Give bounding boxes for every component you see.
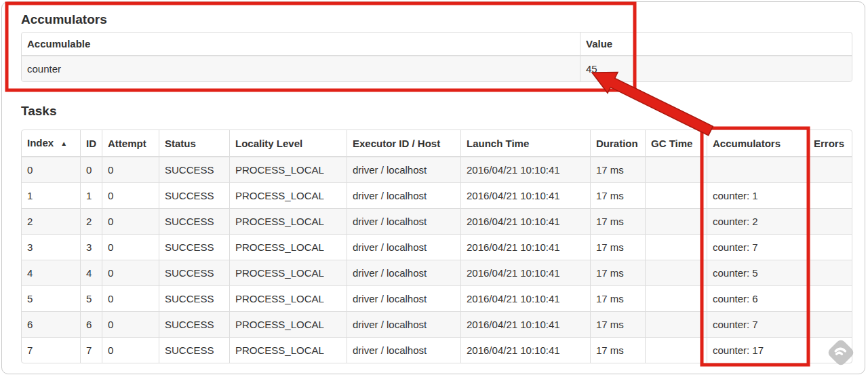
accumulable-cell-value: 45 bbox=[580, 56, 852, 81]
task-col-header-launch_time[interactable]: Launch Time bbox=[460, 130, 590, 157]
task-row: 770SUCCESSPROCESS_LOCALdriver / localhos… bbox=[22, 337, 852, 363]
col-header-label: ID bbox=[86, 138, 96, 149]
task-cell-duration: 17 ms bbox=[590, 157, 645, 182]
task-cell-id: 0 bbox=[80, 157, 102, 182]
col-header-label: Index bbox=[27, 137, 54, 148]
task-cell-accumulators: counter: 6 bbox=[707, 285, 808, 311]
task-cell-launch_time: 2016/04/21 10:10:41 bbox=[460, 182, 590, 208]
task-cell-status: SUCCESS bbox=[159, 311, 229, 337]
task-cell-index: 5 bbox=[22, 285, 80, 311]
task-cell-launch_time: 2016/04/21 10:10:41 bbox=[460, 337, 590, 363]
task-cell-attempt: 0 bbox=[102, 234, 159, 260]
task-cell-id: 4 bbox=[80, 260, 102, 285]
task-col-header-executor_id_host[interactable]: Executor ID / Host bbox=[347, 130, 460, 157]
task-cell-accumulators: counter: 5 bbox=[707, 260, 808, 285]
task-cell-id: 1 bbox=[80, 182, 102, 208]
col-header-label: Locality Level bbox=[235, 138, 302, 149]
task-col-header-duration[interactable]: Duration bbox=[590, 130, 645, 157]
col-header-label: Launch Time bbox=[467, 138, 529, 149]
task-cell-errors bbox=[808, 157, 852, 182]
task-cell-executor_id_host: driver / localhost bbox=[347, 208, 460, 234]
task-row: 550SUCCESSPROCESS_LOCALdriver / localhos… bbox=[22, 285, 852, 311]
task-cell-gc_time bbox=[645, 260, 707, 285]
task-cell-errors bbox=[808, 285, 852, 311]
accumulable-row: counter45 bbox=[22, 56, 852, 81]
tasks-section-title: Tasks bbox=[21, 104, 56, 119]
task-cell-id: 3 bbox=[80, 234, 102, 260]
task-col-header-locality_level[interactable]: Locality Level bbox=[229, 130, 347, 157]
task-cell-status: SUCCESS bbox=[159, 182, 229, 208]
task-col-header-accumulators[interactable]: Accumulators bbox=[707, 130, 808, 157]
task-cell-gc_time bbox=[645, 157, 707, 182]
task-cell-attempt: 0 bbox=[102, 157, 159, 182]
accumulable-cell-accumulable: counter bbox=[22, 56, 580, 81]
task-cell-executor_id_host: driver / localhost bbox=[347, 157, 460, 182]
task-cell-executor_id_host: driver / localhost bbox=[347, 234, 460, 260]
task-cell-status: SUCCESS bbox=[159, 234, 229, 260]
task-cell-locality_level: PROCESS_LOCAL bbox=[229, 208, 347, 234]
task-cell-accumulators bbox=[707, 157, 808, 182]
task-cell-accumulators: counter: 2 bbox=[707, 208, 808, 234]
accumulable-col-header-accumulable: Accumulable bbox=[22, 33, 580, 56]
task-cell-duration: 17 ms bbox=[590, 234, 645, 260]
task-cell-launch_time: 2016/04/21 10:10:41 bbox=[460, 260, 590, 285]
task-cell-accumulators: counter: 1 bbox=[707, 182, 808, 208]
task-col-header-gc_time[interactable]: GC Time bbox=[645, 130, 707, 157]
task-cell-index: 0 bbox=[22, 157, 80, 182]
task-col-header-attempt[interactable]: Attempt bbox=[102, 130, 159, 157]
task-cell-id: 5 bbox=[80, 285, 102, 311]
task-cell-gc_time bbox=[645, 285, 707, 311]
task-cell-attempt: 0 bbox=[102, 337, 159, 363]
task-cell-locality_level: PROCESS_LOCAL bbox=[229, 285, 347, 311]
task-cell-attempt: 0 bbox=[102, 260, 159, 285]
task-cell-executor_id_host: driver / localhost bbox=[347, 260, 460, 285]
task-row: 220SUCCESSPROCESS_LOCALdriver / localhos… bbox=[22, 208, 852, 234]
task-cell-locality_level: PROCESS_LOCAL bbox=[229, 337, 347, 363]
task-cell-errors bbox=[808, 208, 852, 234]
task-col-header-id[interactable]: ID bbox=[80, 130, 102, 157]
task-cell-launch_time: 2016/04/21 10:10:41 bbox=[460, 234, 590, 260]
task-cell-status: SUCCESS bbox=[159, 337, 229, 363]
task-cell-gc_time bbox=[645, 182, 707, 208]
task-col-header-status[interactable]: Status bbox=[159, 130, 229, 157]
task-cell-index: 1 bbox=[22, 182, 80, 208]
task-cell-executor_id_host: driver / localhost bbox=[347, 285, 460, 311]
task-cell-index: 7 bbox=[22, 337, 80, 363]
task-cell-gc_time bbox=[645, 234, 707, 260]
task-cell-locality_level: PROCESS_LOCAL bbox=[229, 311, 347, 337]
task-cell-id: 6 bbox=[80, 311, 102, 337]
page-frame: Accumulators AccumulableValue counter45 … bbox=[1, 1, 865, 374]
task-cell-attempt: 0 bbox=[102, 285, 159, 311]
task-cell-launch_time: 2016/04/21 10:10:41 bbox=[460, 311, 590, 337]
task-row: 000SUCCESSPROCESS_LOCALdriver / localhos… bbox=[22, 157, 852, 182]
feedly-logo-icon bbox=[820, 332, 862, 374]
task-cell-errors bbox=[808, 260, 852, 285]
task-cell-id: 7 bbox=[80, 337, 102, 363]
task-cell-duration: 17 ms bbox=[590, 260, 645, 285]
task-cell-launch_time: 2016/04/21 10:10:41 bbox=[460, 157, 590, 182]
task-cell-status: SUCCESS bbox=[159, 260, 229, 285]
task-cell-errors bbox=[808, 182, 852, 208]
accumulators-table: AccumulableValue counter45 bbox=[21, 32, 852, 82]
task-cell-duration: 17 ms bbox=[590, 311, 645, 337]
task-cell-locality_level: PROCESS_LOCAL bbox=[229, 234, 347, 260]
task-col-header-index[interactable]: Index▲ bbox=[22, 130, 80, 157]
task-cell-executor_id_host: driver / localhost bbox=[347, 311, 460, 337]
task-cell-status: SUCCESS bbox=[159, 208, 229, 234]
col-header-label: Accumulators bbox=[713, 138, 781, 149]
task-header-row: Index▲IDAttemptStatusLocality LevelExecu… bbox=[22, 130, 852, 157]
task-row: 330SUCCESSPROCESS_LOCALdriver / localhos… bbox=[22, 234, 852, 260]
task-row: 660SUCCESSPROCESS_LOCALdriver / localhos… bbox=[22, 311, 852, 337]
task-cell-accumulators: counter: 7 bbox=[707, 311, 808, 337]
task-cell-status: SUCCESS bbox=[159, 285, 229, 311]
col-header-label: Value bbox=[586, 38, 612, 49]
task-cell-duration: 17 ms bbox=[590, 182, 645, 208]
task-cell-gc_time bbox=[645, 311, 707, 337]
col-header-label: Duration bbox=[596, 138, 638, 149]
task-col-header-errors[interactable]: Errors bbox=[808, 130, 852, 157]
task-cell-executor_id_host: driver / localhost bbox=[347, 182, 460, 208]
col-header-label: Attempt bbox=[108, 138, 146, 149]
task-cell-locality_level: PROCESS_LOCAL bbox=[229, 260, 347, 285]
task-cell-errors bbox=[808, 234, 852, 260]
task-cell-duration: 17 ms bbox=[590, 285, 645, 311]
